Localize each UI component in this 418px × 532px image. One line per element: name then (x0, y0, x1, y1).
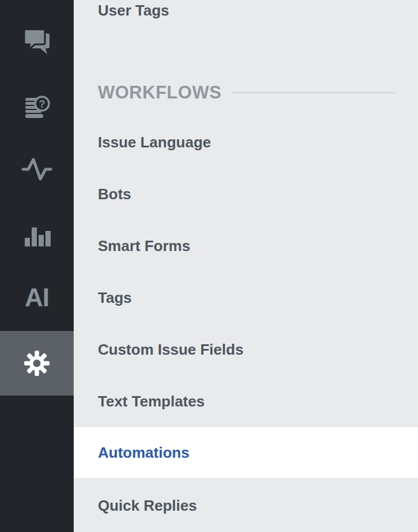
menu-item-label: Bots (98, 185, 131, 203)
ai-icon: AI (25, 285, 49, 310)
menu-item-smart-forms[interactable]: Smart Forms (74, 220, 418, 272)
menu-item-tags[interactable]: Tags (74, 272, 418, 324)
menu-item-user-tags[interactable]: User Tags (74, 0, 418, 36)
settings-screen: ? AI (0, 0, 418, 532)
sidebar-item-stats[interactable] (0, 202, 74, 267)
menu-item-label-selected: Automations (98, 444, 189, 462)
menu-item-custom-issue-fields[interactable]: Custom Issue Fields (74, 324, 418, 375)
menu-item-label: Tags (98, 289, 132, 307)
sidebar-item-activity[interactable] (0, 136, 74, 201)
menu-item-quick-replies[interactable]: Quick Replies (74, 479, 418, 532)
menu-item-label: User Tags (98, 2, 169, 20)
sidebar-item-conversations[interactable] (0, 9, 74, 74)
menu-item-label: Text Templates (98, 393, 204, 411)
svg-text:?: ? (39, 98, 45, 110)
menu-item-label: Smart Forms (98, 237, 190, 255)
settings-gear-icon (23, 349, 51, 377)
app-sidebar: ? AI (0, 0, 74, 532)
section-header-workflows: WORKFLOWS (74, 67, 418, 119)
sidebar-item-settings[interactable] (0, 331, 74, 396)
menu-item-label: Quick Replies (98, 497, 197, 515)
section-header-label: WORKFLOWS (98, 82, 222, 103)
activity-icon (21, 154, 52, 184)
menu-item-issue-language[interactable]: Issue Language (74, 116, 418, 168)
help-articles-icon: ? (22, 92, 52, 121)
sidebar-item-help-articles[interactable]: ? (0, 74, 74, 139)
menu-item-label: Custom Issue Fields (98, 341, 244, 359)
sidebar-item-ai[interactable]: AI (0, 265, 74, 330)
settings-menu-panel: User Tags WORKFLOWS Issue Language Bots … (74, 0, 418, 532)
section-divider (232, 92, 395, 93)
menu-item-bots[interactable]: Bots (74, 168, 418, 220)
chat-icon (22, 28, 51, 55)
menu-item-text-templates[interactable]: Text Templates (74, 375, 418, 427)
menu-item-label: Issue Language (98, 134, 211, 151)
menu-item-automations[interactable]: Automations (74, 427, 418, 478)
stats-icon (23, 221, 51, 248)
